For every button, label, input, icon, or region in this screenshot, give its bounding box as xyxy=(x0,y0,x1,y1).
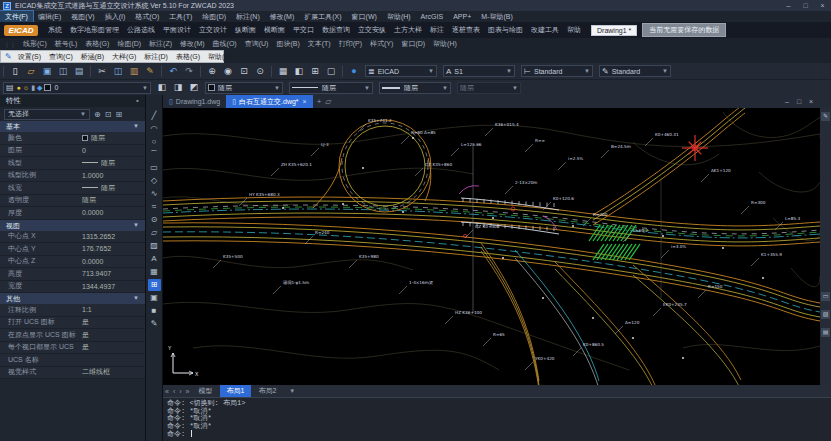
layer-style-combo[interactable]: ≣EICAD▼ xyxy=(365,65,437,77)
property-value[interactable]: 是 xyxy=(82,330,145,340)
polyline-icon[interactable]: ⌒ xyxy=(148,149,161,161)
open-drawing-icon[interactable]: ▱ xyxy=(325,97,331,106)
new-file-icon[interactable]: ▯ xyxy=(8,65,22,78)
menu-item-14[interactable]: M-帮助(B) xyxy=(476,11,518,22)
layer-match-icon[interactable]: ◨ xyxy=(171,81,185,94)
color-combo[interactable]: 随层▼ xyxy=(205,82,283,94)
eicad-menu-item-12[interactable]: 逐桩查表 xyxy=(448,25,484,35)
submenu-item-6[interactable]: 曲线(O) xyxy=(209,39,241,49)
maximize-button[interactable]: □ xyxy=(797,0,814,11)
measure-icon[interactable]: ▤ xyxy=(821,328,830,337)
plot-icon[interactable]: ▤ xyxy=(72,65,86,78)
lineweight-combo[interactable]: 随层▼ xyxy=(379,82,451,94)
layout-nav-3[interactable]: » xyxy=(184,388,192,395)
eicad-menu-item-13[interactable]: 图表与绘图 xyxy=(484,25,527,35)
layer-combo[interactable]: ▤●☼▮◆0▼ xyxy=(3,82,151,94)
menu-item-10[interactable]: 窗口(W) xyxy=(347,11,382,22)
gradient-icon[interactable]: ✎ xyxy=(148,318,161,330)
menu-item-13[interactable]: APP+ xyxy=(448,11,476,22)
menu-item-3[interactable]: 插入(I) xyxy=(100,11,131,22)
chevron-down-icon[interactable]: ▼ xyxy=(289,388,295,394)
line-icon[interactable]: ╱ xyxy=(148,110,161,122)
eicad-menu-item-11[interactable]: 标注 xyxy=(426,25,448,35)
menu-item-2[interactable]: 视图(V) xyxy=(66,11,99,22)
arc-icon[interactable]: ◠ xyxy=(148,123,161,135)
paste-icon[interactable]: ▥ xyxy=(127,65,141,78)
copy-icon[interactable]: ◫ xyxy=(111,65,125,78)
dim-style-combo[interactable]: ⊢Standard▼ xyxy=(521,65,593,77)
submenu-item-13[interactable]: 帮助(H) xyxy=(429,39,461,49)
linetype-combo[interactable]: 随层▼ xyxy=(289,82,373,94)
submenu-item-9[interactable]: 文本(T) xyxy=(304,39,335,49)
menu-item-6[interactable]: 绘图(D) xyxy=(197,11,231,22)
eicad-menu-item-9[interactable]: 立交安纵 xyxy=(354,25,390,35)
menu-item-1[interactable]: 编辑(E) xyxy=(33,11,66,22)
menu-item-8[interactable]: 修改(M) xyxy=(265,11,300,22)
eicad-menu-item-8[interactable]: 数据查询 xyxy=(318,25,354,35)
minimize-button[interactable]: – xyxy=(780,0,797,11)
layout-tab-布局1[interactable]: 布局1 xyxy=(220,385,252,397)
select-objects-icon[interactable]: ⊡ xyxy=(105,110,112,119)
property-value[interactable]: 176.7652 xyxy=(82,245,145,252)
donut-icon[interactable]: ⊙ xyxy=(148,214,161,226)
document-tab-1[interactable]: ▯白石互通立交.dwg*× xyxy=(226,95,312,108)
section-header-1[interactable]: 视图▼ xyxy=(0,220,145,231)
eicad-menu-item-6[interactable]: 横断面 xyxy=(260,25,289,35)
order-icon[interactable]: ▭ xyxy=(821,292,830,301)
floating-menu-item-5[interactable]: 表格(G) xyxy=(172,52,204,62)
submenu-item-0[interactable]: 线形(C) xyxy=(19,39,51,49)
eicad-menu-item-1[interactable]: 数字地形图管理 xyxy=(66,25,123,35)
layer-previous-icon[interactable]: ◧ xyxy=(155,81,169,94)
table-style-combo[interactable]: ✎Standard▼ xyxy=(599,65,671,77)
menu-item-9[interactable]: 扩展工具(X) xyxy=(299,11,346,22)
layout-nav-0[interactable]: « xyxy=(163,388,171,395)
floating-menu-item-6[interactable]: 帮助(H) xyxy=(204,52,236,62)
layer-states-icon[interactable]: ◧ xyxy=(292,65,306,78)
object-snap-icon[interactable]: ⊞ xyxy=(308,65,322,78)
submenu-item-12[interactable]: 窗口(D) xyxy=(397,39,429,49)
submenu-item-1[interactable]: 桩号(L) xyxy=(51,39,82,49)
property-value[interactable]: 随层 xyxy=(82,195,145,205)
property-value[interactable]: 1:1 xyxy=(82,306,145,313)
section-header-2[interactable]: 其他▼ xyxy=(0,293,145,304)
insert-block-icon[interactable]: ⊞ xyxy=(148,279,161,291)
pan-icon[interactable]: ⊕ xyxy=(205,65,219,78)
property-value[interactable]: 是 xyxy=(82,317,145,327)
floating-menu-item-2[interactable]: 桥涵(B) xyxy=(77,52,108,62)
submenu-item-4[interactable]: 标注(Z) xyxy=(145,39,176,49)
rectangle-icon[interactable]: ▭ xyxy=(148,162,161,174)
quick-select-icon[interactable]: ⊞ xyxy=(115,110,122,119)
eicad-menu-item-5[interactable]: 纵断面 xyxy=(231,25,260,35)
property-value[interactable]: 随层 xyxy=(82,158,145,168)
property-value[interactable]: 1.0000 xyxy=(82,172,145,179)
text-style-combo[interactable]: AS1▼ xyxy=(443,65,515,77)
zoom-window-icon[interactable]: ⊡ xyxy=(237,65,251,78)
plot-style-combo[interactable]: 随层▼ xyxy=(457,82,521,94)
doc-restore-button[interactable]: □ xyxy=(793,98,805,105)
spline-icon[interactable]: ∿ xyxy=(148,188,161,200)
eicad-menu-item-14[interactable]: 改建工具 xyxy=(527,25,563,35)
close-button[interactable]: × xyxy=(814,0,831,11)
make-block-icon[interactable]: ▣ xyxy=(148,292,161,304)
property-value[interactable]: 是 xyxy=(82,342,145,352)
layer-properties-icon[interactable]: ▦ xyxy=(276,65,290,78)
doc-minimize-button[interactable]: – xyxy=(781,98,793,105)
eicad-menu-item-3[interactable]: 平面设计 xyxy=(159,25,195,35)
zoom-realtime-icon[interactable]: ◉ xyxy=(221,65,235,78)
open-folder-icon[interactable]: ▱ xyxy=(24,65,38,78)
polygon-icon[interactable]: ◇ xyxy=(148,175,161,187)
submenu-item-10[interactable]: 打印(P) xyxy=(335,39,366,49)
property-value[interactable]: 0 xyxy=(82,147,145,154)
cut-icon[interactable]: ✂ xyxy=(95,65,109,78)
property-value[interactable]: 713.9407 xyxy=(82,270,145,277)
doc-close-button[interactable]: × xyxy=(805,98,817,105)
hatch-tool-icon[interactable]: ▨ xyxy=(821,310,830,319)
property-value[interactable]: 1344.4937 xyxy=(82,283,145,290)
submenu-item-8[interactable]: 图块(B) xyxy=(272,39,303,49)
eicad-menu-item-2[interactable]: 公路选线 xyxy=(123,25,159,35)
floating-menu-item-0[interactable]: 设置(S) xyxy=(14,52,45,62)
menu-item-4[interactable]: 格式(O) xyxy=(130,11,164,22)
render-icon[interactable]: ● xyxy=(347,65,361,78)
property-value[interactable]: 0.0000 xyxy=(82,258,145,265)
pin-icon[interactable]: ▪ xyxy=(136,95,139,107)
